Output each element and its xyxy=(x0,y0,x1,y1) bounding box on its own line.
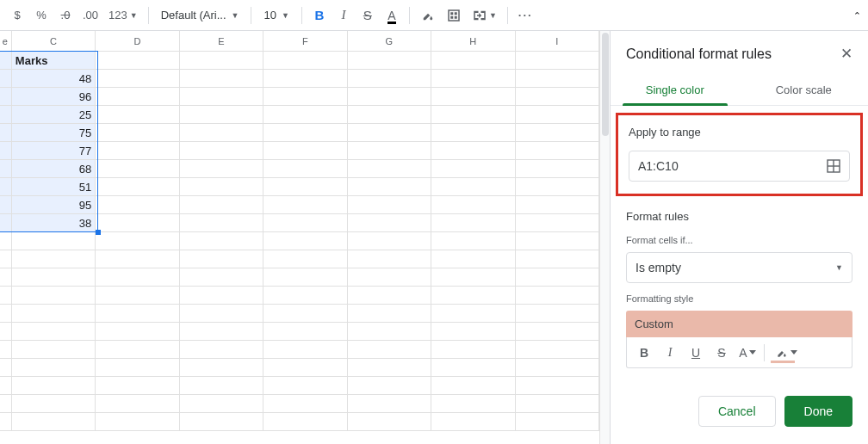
cancel-button[interactable]: Cancel xyxy=(698,396,776,427)
increase-decimal-button[interactable]: .00 xyxy=(79,5,102,26)
cell[interactable] xyxy=(431,178,515,195)
cell[interactable] xyxy=(180,250,264,268)
cell[interactable] xyxy=(431,323,515,340)
cell[interactable] xyxy=(96,160,179,177)
done-button[interactable]: Done xyxy=(784,396,852,427)
column-header[interactable]: C xyxy=(12,31,96,51)
cell[interactable] xyxy=(12,232,96,250)
cell[interactable] xyxy=(0,70,12,87)
cell[interactable] xyxy=(516,413,599,430)
cell[interactable] xyxy=(180,124,264,141)
cell[interactable]: 68 xyxy=(12,160,96,177)
cell[interactable] xyxy=(348,88,431,105)
cell[interactable] xyxy=(516,106,599,123)
cell[interactable] xyxy=(180,232,264,250)
cell[interactable] xyxy=(431,52,515,69)
cell[interactable] xyxy=(96,52,179,69)
cell[interactable] xyxy=(96,232,179,250)
cell[interactable] xyxy=(431,124,515,141)
cell[interactable] xyxy=(348,377,431,394)
cell[interactable]: 95 xyxy=(12,196,96,213)
italic-button[interactable]: I xyxy=(333,5,354,26)
cell[interactable] xyxy=(516,178,599,195)
cell[interactable] xyxy=(516,287,599,304)
cell[interactable] xyxy=(431,88,515,105)
more-formats-button[interactable]: 123 ▼ xyxy=(105,5,141,26)
cell[interactable]: 75 xyxy=(12,124,96,141)
cell[interactable] xyxy=(96,250,179,268)
cell[interactable] xyxy=(12,395,96,412)
cell[interactable] xyxy=(431,395,515,412)
text-color-button[interactable]: A xyxy=(381,5,402,26)
cell[interactable] xyxy=(348,124,431,141)
cell[interactable] xyxy=(96,323,179,340)
cell[interactable] xyxy=(264,305,347,322)
cell[interactable] xyxy=(180,178,264,195)
cell[interactable] xyxy=(516,359,599,376)
cell[interactable] xyxy=(0,250,12,268)
cell[interactable] xyxy=(264,250,347,268)
style-strike-button[interactable]: S xyxy=(710,341,734,365)
merge-cells-button[interactable]: ▼ xyxy=(468,5,500,26)
cell[interactable] xyxy=(431,232,515,250)
cell[interactable] xyxy=(264,70,347,87)
cell[interactable] xyxy=(264,323,347,340)
cell[interactable] xyxy=(516,196,599,213)
cell[interactable] xyxy=(264,287,347,304)
fill-color-button[interactable] xyxy=(417,5,439,26)
cell[interactable] xyxy=(0,395,12,412)
cell[interactable] xyxy=(264,413,347,430)
cell[interactable] xyxy=(0,52,12,69)
tab-single-color[interactable]: Single color xyxy=(611,75,740,105)
cell[interactable] xyxy=(0,341,12,358)
cell[interactable] xyxy=(348,232,431,250)
cell[interactable] xyxy=(180,52,264,69)
style-italic-button[interactable]: I xyxy=(658,341,682,365)
cell[interactable] xyxy=(431,305,515,322)
cell[interactable] xyxy=(264,214,347,231)
cell[interactable] xyxy=(0,268,12,286)
cell[interactable] xyxy=(96,214,179,231)
column-header[interactable]: D xyxy=(96,31,179,51)
cell[interactable] xyxy=(264,124,347,141)
cell[interactable] xyxy=(264,88,347,105)
cell[interactable] xyxy=(180,88,264,105)
cell[interactable] xyxy=(431,196,515,213)
cell[interactable] xyxy=(0,305,12,322)
column-header[interactable]: I xyxy=(516,31,599,51)
cell[interactable] xyxy=(96,359,179,376)
cell[interactable] xyxy=(96,287,179,304)
cell[interactable] xyxy=(264,268,347,286)
cell[interactable] xyxy=(12,341,96,358)
cell[interactable] xyxy=(96,88,179,105)
cell[interactable] xyxy=(516,305,599,322)
cell[interactable] xyxy=(180,377,264,394)
cell[interactable] xyxy=(0,142,12,159)
cell[interactable] xyxy=(180,160,264,177)
cell[interactable]: 38 xyxy=(12,214,96,231)
cell[interactable] xyxy=(516,232,599,250)
style-text-color-button[interactable]: A xyxy=(735,341,760,365)
cell[interactable] xyxy=(96,124,179,141)
cell[interactable] xyxy=(348,341,431,358)
bold-button[interactable]: B xyxy=(309,5,330,26)
column-header[interactable]: H xyxy=(431,31,515,51)
column-header[interactable]: F xyxy=(264,31,347,51)
cell[interactable] xyxy=(96,142,179,159)
cell[interactable] xyxy=(180,106,264,123)
cell[interactable] xyxy=(96,413,179,430)
cell[interactable] xyxy=(431,250,515,268)
column-header[interactable]: G xyxy=(348,31,431,51)
cell[interactable] xyxy=(516,214,599,231)
cell[interactable] xyxy=(180,142,264,159)
cell[interactable] xyxy=(0,106,12,123)
vertical-scrollbar[interactable] xyxy=(599,31,610,444)
cell[interactable] xyxy=(12,323,96,340)
cell[interactable] xyxy=(96,395,179,412)
cell[interactable] xyxy=(431,377,515,394)
cell[interactable] xyxy=(431,413,515,430)
cell[interactable] xyxy=(264,160,347,177)
cell[interactable] xyxy=(180,287,264,304)
condition-select[interactable]: Is empty ▼ xyxy=(626,252,852,283)
cell[interactable] xyxy=(348,413,431,430)
